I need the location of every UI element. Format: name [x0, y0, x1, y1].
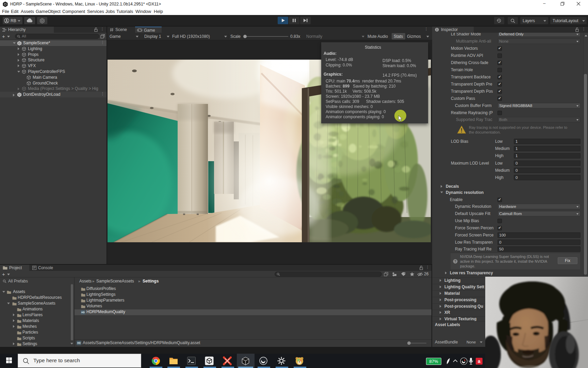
- svg-text:a: a: [478, 358, 480, 364]
- svg-text:?: ?: [454, 260, 456, 263]
